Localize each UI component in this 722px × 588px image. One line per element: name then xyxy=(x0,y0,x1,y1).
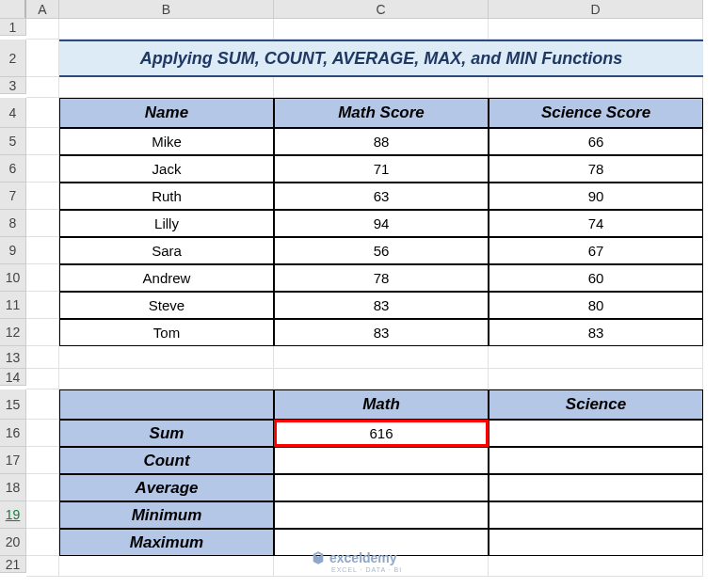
row-header-2[interactable]: 2 xyxy=(0,40,26,77)
cell-sci-0[interactable]: 66 xyxy=(489,128,703,155)
cell-A17[interactable] xyxy=(26,447,59,474)
stat-label-sum[interactable]: Sum xyxy=(59,420,274,447)
cell-B3[interactable] xyxy=(59,77,274,98)
row-header-11[interactable]: 11 xyxy=(0,292,26,319)
row-header-19[interactable]: 19 xyxy=(0,501,26,529)
row-header-1[interactable]: 1 xyxy=(0,19,26,36)
cell-C13[interactable] xyxy=(274,346,489,369)
cell-name-0[interactable]: Mike xyxy=(59,128,274,155)
row-header-9[interactable]: 9 xyxy=(0,237,26,264)
cell-C1[interactable] xyxy=(274,19,489,40)
stat-min-sci[interactable] xyxy=(489,501,703,529)
stat-label-average[interactable]: Average xyxy=(59,474,274,501)
row-header-15[interactable]: 15 xyxy=(0,389,26,420)
cell-A11[interactable] xyxy=(26,292,59,319)
row-header-16[interactable]: 16 xyxy=(0,420,26,447)
row-header-17[interactable]: 17 xyxy=(0,447,26,474)
cell-D13[interactable] xyxy=(489,346,703,369)
cell-name-5[interactable]: Andrew xyxy=(59,264,274,292)
cell-A4[interactable] xyxy=(26,98,59,128)
row-header-5[interactable]: 5 xyxy=(0,128,26,155)
col-header-B[interactable]: B xyxy=(59,0,274,19)
cell-A19[interactable] xyxy=(26,501,59,529)
row-header-4[interactable]: 4 xyxy=(0,98,26,128)
cell-math-0[interactable]: 88 xyxy=(274,128,489,155)
cell-D21[interactable] xyxy=(489,556,703,577)
stat-label-min[interactable]: Minimum xyxy=(59,501,274,529)
cell-A21[interactable] xyxy=(26,556,59,577)
th2-science[interactable]: Science xyxy=(489,389,703,420)
select-all-corner[interactable] xyxy=(0,0,26,19)
cell-sci-3[interactable]: 74 xyxy=(489,210,703,237)
col-header-A[interactable]: A xyxy=(26,0,59,19)
th-math[interactable]: Math Score xyxy=(274,98,489,128)
cell-math-1[interactable]: 71 xyxy=(274,155,489,183)
cell-math-2[interactable]: 63 xyxy=(274,183,489,210)
stat-avg-sci[interactable] xyxy=(489,474,703,501)
cell-B14[interactable] xyxy=(59,369,274,389)
stat-sum-math[interactable]: 616 xyxy=(274,420,489,447)
cell-name-3[interactable]: Lilly xyxy=(59,210,274,237)
stat-max-sci[interactable] xyxy=(489,529,703,556)
cell-A9[interactable] xyxy=(26,237,59,264)
cell-C3[interactable] xyxy=(274,77,489,98)
row-header-8[interactable]: 8 xyxy=(0,210,26,237)
row-header-7[interactable]: 7 xyxy=(0,183,26,210)
cell-A2[interactable] xyxy=(26,40,59,77)
cell-A7[interactable] xyxy=(26,183,59,210)
stat-sum-sci[interactable] xyxy=(489,420,703,447)
cell-B21[interactable] xyxy=(59,556,274,577)
cell-math-3[interactable]: 94 xyxy=(274,210,489,237)
cell-sci-5[interactable]: 60 xyxy=(489,264,703,292)
cell-math-6[interactable]: 83 xyxy=(274,292,489,319)
row-header-6[interactable]: 6 xyxy=(0,155,26,183)
cell-name-1[interactable]: Jack xyxy=(59,155,274,183)
stat-min-math[interactable] xyxy=(274,501,489,529)
cell-name-6[interactable]: Steve xyxy=(59,292,274,319)
cell-name-2[interactable]: Ruth xyxy=(59,183,274,210)
cell-B13[interactable] xyxy=(59,346,274,369)
row-header-3[interactable]: 3 xyxy=(0,77,26,94)
cell-A10[interactable] xyxy=(26,264,59,292)
cell-math-7[interactable]: 83 xyxy=(274,319,489,346)
cell-A3[interactable] xyxy=(26,77,59,98)
cell-sci-6[interactable]: 80 xyxy=(489,292,703,319)
cell-A20[interactable] xyxy=(26,529,59,556)
stat-avg-math[interactable] xyxy=(274,474,489,501)
cell-A13[interactable] xyxy=(26,346,59,369)
row-header-14[interactable]: 14 xyxy=(0,369,26,386)
cell-sci-4[interactable]: 67 xyxy=(489,237,703,264)
cell-math-5[interactable]: 78 xyxy=(274,264,489,292)
stat-label-count[interactable]: Count xyxy=(59,447,274,474)
row-header-21[interactable]: 21 xyxy=(0,556,26,573)
cell-A8[interactable] xyxy=(26,210,59,237)
cell-name-4[interactable]: Sara xyxy=(59,237,274,264)
th-name[interactable]: Name xyxy=(59,98,274,128)
th-science[interactable]: Science Score xyxy=(489,98,703,128)
stat-count-math[interactable] xyxy=(274,447,489,474)
col-header-D[interactable]: D xyxy=(489,0,703,19)
cell-sci-2[interactable]: 90 xyxy=(489,183,703,210)
row-header-13[interactable]: 13 xyxy=(0,346,26,369)
stat-count-sci[interactable] xyxy=(489,447,703,474)
cell-D14[interactable] xyxy=(489,369,703,389)
cell-A1[interactable] xyxy=(26,19,59,40)
cell-math-4[interactable]: 56 xyxy=(274,237,489,264)
cell-D3[interactable] xyxy=(489,77,703,98)
cell-A15[interactable] xyxy=(26,389,59,420)
row-header-20[interactable]: 20 xyxy=(0,529,26,556)
cell-B1[interactable] xyxy=(59,19,274,40)
cell-A6[interactable] xyxy=(26,155,59,183)
cell-A14[interactable] xyxy=(26,369,59,389)
cell-name-7[interactable]: Tom xyxy=(59,319,274,346)
cell-A18[interactable] xyxy=(26,474,59,501)
cell-sci-7[interactable]: 83 xyxy=(489,319,703,346)
cell-sci-1[interactable]: 78 xyxy=(489,155,703,183)
cell-A16[interactable] xyxy=(26,420,59,447)
cell-C14[interactable] xyxy=(274,369,489,389)
cell-A12[interactable] xyxy=(26,319,59,346)
th2-math[interactable]: Math xyxy=(274,389,489,420)
col-header-C[interactable]: C xyxy=(274,0,489,19)
stat-label-max[interactable]: Maximum xyxy=(59,529,274,556)
row-header-12[interactable]: 12 xyxy=(0,319,26,346)
